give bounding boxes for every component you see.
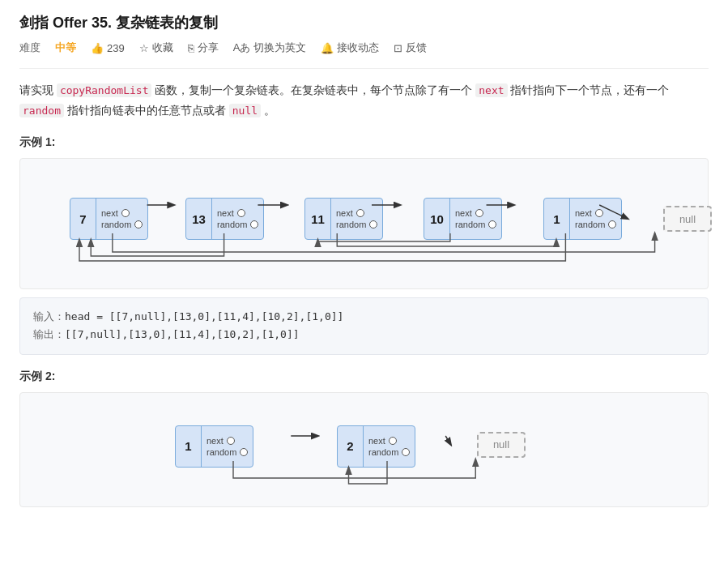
likes-button[interactable]: 👍 239 — [91, 42, 125, 54]
node2-2-val: 2 — [338, 426, 364, 467]
node-11-next: next — [336, 208, 377, 218]
feedback-button[interactable]: ⊡ 反馈 — [394, 41, 427, 55]
node2-1-random-dot — [240, 448, 248, 456]
null-box-2: null — [477, 432, 526, 458]
node-7-fields: next random — [96, 199, 147, 239]
notifications-label: 接收动态 — [337, 41, 379, 55]
code-random: random — [19, 104, 64, 117]
translate-icon: Aあ — [233, 41, 251, 55]
node-7-random-dot — [134, 220, 143, 228]
example1-output-line: 输出：[[7,null],[13,0],[11,4],[10,2],[1,0]] — [33, 326, 695, 344]
random-label-7: random — [101, 220, 131, 229]
node-10-fields: next random — [450, 199, 501, 239]
next-label-13: next — [217, 208, 234, 218]
bell-icon: 🔔 — [321, 42, 334, 54]
node-11-random-dot — [369, 220, 377, 228]
example1-diagram: 7 next random 13 — [19, 158, 709, 289]
divider — [19, 68, 709, 69]
switch-lang-button[interactable]: Aあ 切换为英文 — [233, 41, 307, 55]
code-next: next — [475, 83, 507, 97]
random-label-10: random — [455, 220, 485, 229]
node-1-random-dot — [608, 220, 616, 228]
example1-title: 示例 1: — [19, 135, 709, 150]
node2-2: 2 next random — [337, 425, 415, 468]
feedback-icon: ⊡ — [394, 42, 402, 54]
node-1-fields: next random — [570, 199, 621, 239]
node-7-next-dot — [121, 209, 130, 217]
node2-2-random-dot — [402, 448, 410, 456]
random-label2-2: random — [368, 447, 398, 457]
node-11-next-dot — [356, 209, 364, 217]
next-label-7: next — [101, 208, 118, 218]
node-11-random: random — [336, 220, 377, 229]
node-13: 13 next random — [185, 198, 264, 240]
node-13-random-dot — [250, 220, 258, 228]
node-10-next: next — [455, 208, 496, 218]
next-label2-1: next — [206, 436, 224, 446]
node2-1-random: random — [206, 447, 248, 457]
notifications-button[interactable]: 🔔 接收动态 — [321, 41, 379, 55]
random-label-13: random — [217, 220, 247, 229]
example2-diagram: 1 next random 2 — [19, 392, 709, 507]
node2-1-next-dot — [227, 437, 235, 445]
share-button[interactable]: ⎘ 分享 — [188, 41, 219, 55]
node-1: 1 next random — [543, 198, 622, 240]
node-7-random: random — [101, 220, 143, 229]
example1-input-val: head = [[7,null],[13,0],[11,4],[10,2],[1… — [65, 310, 343, 322]
node-7-next: next — [101, 208, 143, 218]
null-box-1: null — [663, 206, 712, 232]
example1-code: 输入：head = [[7,null],[13,0],[11,4],[10,2]… — [19, 297, 709, 354]
random-label2-1: random — [206, 447, 236, 457]
difficulty-label: 难度 — [19, 41, 40, 55]
star-icon: ☆ — [139, 42, 149, 54]
description: 请实现 copyRandomList 函数，复制一个复杂链表。在复杂链表中，每个… — [19, 80, 709, 121]
node-1-next-dot — [595, 209, 603, 217]
node-10-random-dot — [488, 220, 496, 228]
example2-section: 示例 2: 1 next random — [19, 369, 709, 507]
node-13-random: random — [217, 220, 258, 229]
node2-1-next: next — [206, 436, 248, 446]
node-11-fields: next random — [331, 199, 382, 239]
code-null: null — [229, 104, 261, 117]
page-title: 剑指 Offer 35. 复杂链表的复制 — [19, 13, 709, 32]
example1-section: 示例 1: 7 next random — [19, 135, 709, 354]
feedback-label: 反馈 — [406, 41, 427, 55]
node-13-next-dot — [237, 209, 245, 217]
ll-diagram-1: 7 next random 13 — [33, 175, 695, 272]
collect-label: 收藏 — [152, 41, 173, 55]
next-label-11: next — [336, 208, 353, 218]
thumbs-up-icon: 👍 — [91, 42, 104, 54]
example1-input-line: 输入：head = [[7,null],[13,0],[11,4],[10,2]… — [33, 308, 695, 326]
example1-input-label: 输入： — [33, 310, 65, 322]
node-7: 7 next random — [70, 198, 148, 240]
next-label-1: next — [575, 208, 592, 218]
node2-2-fields: next random — [364, 426, 415, 467]
node2-2-random: random — [368, 447, 410, 457]
node-11: 11 next random — [304, 198, 383, 240]
share-label: 分享 — [198, 41, 219, 55]
node-10: 10 next random — [424, 198, 502, 240]
node-10-val: 10 — [424, 199, 450, 239]
random-label-11: random — [336, 220, 366, 229]
random-label-1: random — [575, 220, 605, 229]
node-1-next: next — [575, 208, 616, 218]
node-7-val: 7 — [70, 199, 96, 239]
node-13-val: 13 — [186, 199, 212, 239]
likes-count: 239 — [107, 42, 125, 54]
difficulty-value: 中等 — [55, 41, 76, 55]
next-label-10: next — [455, 208, 472, 218]
collect-button[interactable]: ☆ 收藏 — [139, 41, 173, 55]
node-1-random: random — [575, 220, 616, 229]
example1-output-label: 输出： — [33, 328, 65, 340]
node-1-val: 1 — [544, 199, 570, 239]
node2-1: 1 next random — [175, 425, 253, 468]
node-13-fields: next random — [212, 199, 263, 239]
page-container: 剑指 Offer 35. 复杂链表的复制 难度 中等 👍 239 ☆ 收藏 ⎘ … — [0, 0, 728, 532]
switch-lang-label: 切换为英文 — [253, 41, 306, 55]
meta-bar: 难度 中等 👍 239 ☆ 收藏 ⎘ 分享 Aあ 切换为英文 🔔 接收动态 ⊡ … — [19, 41, 709, 55]
next-label2-2: next — [368, 436, 385, 446]
node-10-random: random — [455, 220, 496, 229]
code-copyRandomList: copyRandomList — [57, 83, 152, 97]
node2-1-val: 1 — [176, 426, 202, 467]
node-13-next: next — [217, 208, 258, 218]
